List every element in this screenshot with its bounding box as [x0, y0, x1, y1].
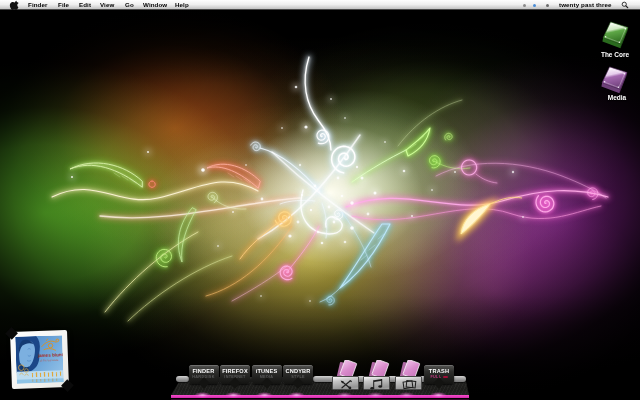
- svg-text:all the lost souls: all the lost souls: [40, 358, 59, 363]
- svg-text:james blunt: james blunt: [37, 352, 64, 358]
